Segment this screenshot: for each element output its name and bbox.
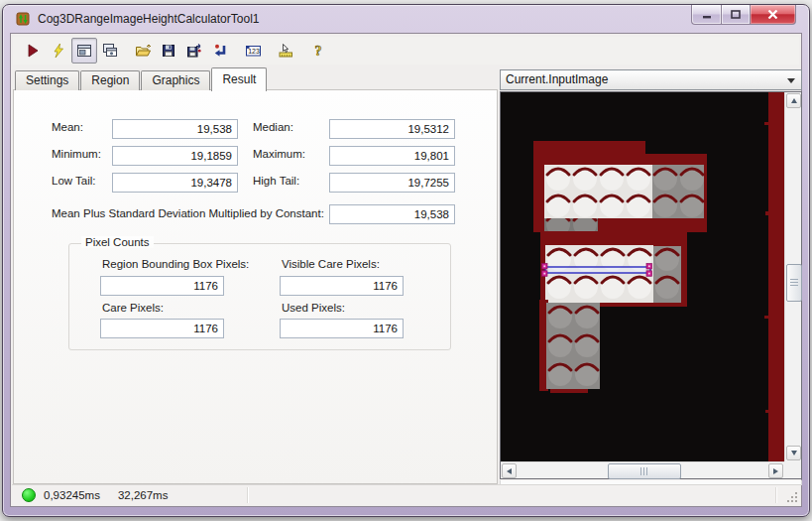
high-tail-field[interactable]: 19,7255 [329, 173, 455, 193]
pixel-counts-title: Pixel Counts [81, 236, 154, 248]
app-icon [15, 11, 31, 27]
close-button[interactable] [751, 5, 796, 25]
chevron-down-icon [787, 78, 795, 83]
vertical-scroll-thumb[interactable] [786, 264, 802, 302]
help-icon: ? [311, 43, 325, 59]
horizontal-scrollbar[interactable] [501, 461, 784, 478]
mean-plus-sd-label: Mean Plus Standard Deviation Multiplied … [52, 207, 324, 219]
low-tail-field[interactable]: 19,3478 [112, 173, 238, 193]
minimum-field[interactable]: 19,1859 [112, 146, 238, 166]
tool-display-button[interactable] [71, 38, 97, 64]
tab-settings[interactable]: Settings [15, 70, 79, 90]
image-selector-dropdown[interactable]: Current.InputImage [500, 69, 802, 90]
horizontal-scroll-thumb[interactable] [608, 463, 681, 479]
run-live-button[interactable] [46, 38, 71, 64]
minimum-label: Minimum: [52, 148, 101, 160]
range-image [501, 92, 784, 461]
mean-field[interactable]: 19,538 [112, 119, 238, 139]
care-pixels-field[interactable]: 1176 [100, 319, 224, 338]
used-pixels-field[interactable]: 1176 [280, 319, 404, 338]
window-title: Cog3DRangeImageHeightCalculatorTool1 [38, 12, 259, 26]
open-folder-icon [135, 43, 152, 59]
numeric-results-button[interactable]: 123 [240, 38, 266, 64]
region-bbox-pixels-field[interactable]: 1176 [100, 276, 224, 296]
visible-care-pixels-label: Visible Care Pixels: [282, 258, 380, 270]
tool-window: Cog3DRangeImageHeightCalculatorTool1 [2, 4, 810, 517]
run-live-icon [51, 43, 66, 59]
maximize-button[interactable] [721, 5, 751, 25]
status-separator [775, 487, 777, 503]
numeric-results-icon: 123 [245, 43, 262, 59]
maximum-label: Maximum: [253, 148, 305, 160]
help-glyph: ? [315, 44, 322, 59]
used-pixels-label: Used Pixels: [282, 302, 345, 314]
reset-icon [212, 43, 228, 59]
median-label: Median: [253, 121, 293, 133]
region-bbox-pixels-label: Region Bounding Box Pixels: [102, 258, 249, 270]
minimize-icon [702, 10, 712, 19]
arrow-down-icon [791, 451, 797, 456]
run-button[interactable] [20, 38, 46, 64]
result-tab-page: Mean: 19,538 Median: 19,5312 Minimum: 19… [13, 89, 498, 484]
reset-button[interactable] [207, 38, 233, 64]
titlebar[interactable]: Cog3DRangeImageHeightCalculatorTool1 [3, 5, 809, 32]
scroll-up-button[interactable] [786, 93, 801, 108]
last-run-time: 0,93245ms [44, 489, 100, 501]
scrollbar-corner [784, 461, 801, 478]
visible-care-pixels-field[interactable]: 1176 [280, 276, 404, 296]
thumb-grip [790, 279, 798, 280]
mean-plus-sd-field[interactable]: 19,538 [329, 204, 455, 224]
counter-label: 123 [248, 48, 260, 55]
open-button[interactable] [130, 38, 156, 64]
image-viewer [500, 91, 802, 479]
toolbar: 123 ? [13, 37, 799, 65]
pointer-ruler-icon [278, 43, 294, 59]
client-area: 123 ? Settings Region Graphic [10, 33, 802, 507]
image-selector-value: Current.InputImage [506, 72, 608, 86]
tab-region[interactable]: Region [80, 70, 140, 90]
arrow-right-icon [773, 468, 778, 474]
status-bar: 0,93245ms 32,267ms [12, 484, 800, 505]
thumb-grip [640, 467, 641, 475]
save-button[interactable] [156, 38, 181, 64]
median-field[interactable]: 19,5312 [329, 119, 455, 139]
resize-grip[interactable] [786, 491, 798, 503]
scroll-right-button[interactable] [768, 463, 783, 478]
high-tail-label: High Tail: [253, 175, 299, 187]
scroll-left-button[interactable] [502, 463, 517, 478]
save-image-icon [186, 43, 202, 59]
care-pixels-label: Care Pixels: [102, 302, 164, 314]
minimize-button[interactable] [691, 5, 721, 25]
status-green-icon [22, 488, 36, 502]
caption-buttons [691, 5, 796, 25]
vertical-scrollbar[interactable] [784, 92, 801, 461]
save-icon [161, 43, 176, 59]
tool-display-icon [76, 43, 92, 59]
float-display-button[interactable] [97, 38, 123, 64]
save-image-button[interactable] [181, 38, 207, 64]
mean-label: Mean: [52, 121, 83, 133]
float-display-icon [102, 43, 118, 59]
total-time: 32,267ms [118, 489, 169, 501]
range-image-canvas[interactable] [501, 92, 784, 461]
maximum-field[interactable]: 19,801 [329, 146, 455, 166]
arrow-left-icon [507, 468, 512, 474]
status-separator [247, 487, 249, 503]
display-panel: Current.InputImage [500, 69, 802, 485]
tab-result[interactable]: Result [211, 67, 267, 91]
low-tail-label: Low Tail: [52, 175, 96, 187]
tab-strip: Settings Region Graphics Result [15, 67, 268, 90]
close-icon [767, 10, 778, 19]
tab-graphics[interactable]: Graphics [141, 70, 210, 90]
run-icon [25, 43, 41, 59]
pixel-counts-group: Pixel Counts Region Bounding Box Pixels:… [68, 243, 451, 350]
help-button[interactable]: ? [305, 38, 331, 64]
arrow-up-icon [791, 98, 797, 103]
pointer-ruler-button[interactable] [273, 38, 298, 64]
maximize-icon [731, 10, 741, 19]
scroll-down-button[interactable] [786, 446, 801, 460]
